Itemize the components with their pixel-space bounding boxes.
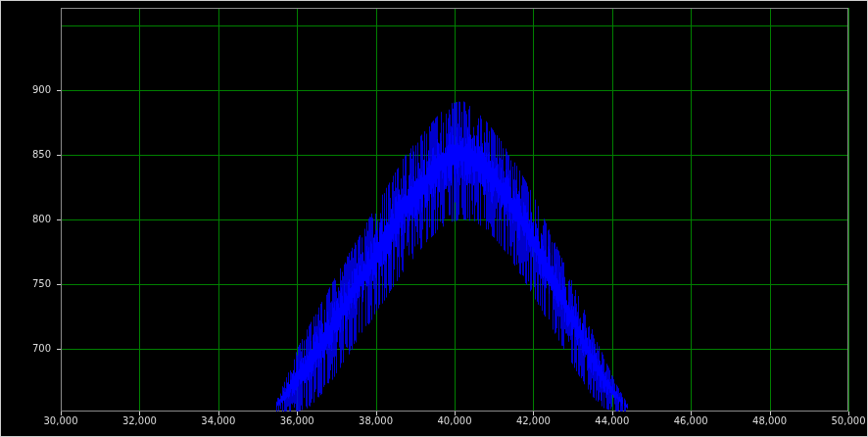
x-tick-label: 30,000 bbox=[44, 415, 78, 427]
signal-chart-screen: 30,00032,00034,00036,00038,00040,00042,0… bbox=[0, 0, 868, 437]
y-tick-label: 850 bbox=[0, 149, 51, 161]
x-tick-label: 50,000 bbox=[832, 415, 866, 427]
x-tick-label: 38,000 bbox=[359, 415, 393, 427]
y-tick-label: 900 bbox=[0, 84, 51, 96]
y-tick-label: 700 bbox=[0, 343, 51, 355]
y-tick-label: 800 bbox=[0, 214, 51, 225]
x-tick-label: 34,000 bbox=[201, 415, 235, 427]
x-tick-label: 46,000 bbox=[674, 415, 708, 427]
x-tick-label: 42,000 bbox=[516, 415, 551, 427]
x-tick-label: 44,000 bbox=[595, 415, 629, 427]
x-tick-label: 48,000 bbox=[752, 415, 787, 427]
signal-plot-canvas bbox=[0, 0, 868, 437]
x-tick-label: 40,000 bbox=[438, 415, 472, 427]
y-tick-label: 750 bbox=[0, 278, 51, 290]
x-tick-label: 36,000 bbox=[280, 415, 314, 427]
x-tick-label: 32,000 bbox=[122, 415, 157, 427]
